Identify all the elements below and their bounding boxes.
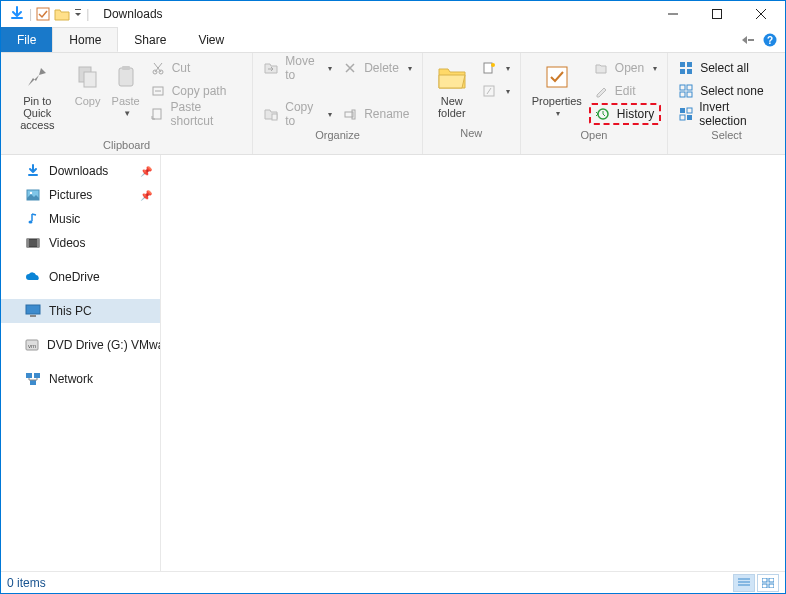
invert-selection-button[interactable]: Invert selection bbox=[674, 103, 779, 125]
move-to-button[interactable]: Move to ▾ bbox=[259, 57, 336, 79]
svg-rect-48 bbox=[769, 578, 774, 582]
pin-icon bbox=[21, 61, 53, 93]
close-button[interactable] bbox=[739, 2, 783, 26]
svg-rect-27 bbox=[687, 85, 692, 90]
svg-rect-25 bbox=[687, 69, 692, 74]
group-select: Select all Select none Invert selection … bbox=[668, 53, 785, 154]
folder-qat-icon[interactable] bbox=[54, 7, 70, 21]
paste-shortcut-button[interactable]: Paste shortcut bbox=[146, 103, 247, 125]
svg-rect-47 bbox=[762, 578, 767, 582]
videos-icon bbox=[25, 235, 41, 251]
nav-this-pc[interactable]: This PC bbox=[1, 299, 160, 323]
select-all-button[interactable]: Select all bbox=[674, 57, 779, 79]
tab-view[interactable]: View bbox=[182, 27, 240, 52]
this-pc-icon bbox=[25, 303, 41, 319]
group-organize: Move to ▾ Copy to ▾ Delete ▾ bbox=[253, 53, 423, 154]
nav-onedrive[interactable]: OneDrive bbox=[1, 265, 160, 289]
svg-text:?: ? bbox=[767, 35, 773, 46]
pictures-icon bbox=[25, 187, 41, 203]
new-item-button[interactable]: ▾ bbox=[477, 57, 514, 79]
group-label: Clipboard bbox=[7, 135, 246, 154]
minimize-ribbon-icon[interactable] bbox=[741, 35, 755, 45]
easy-access-button[interactable]: ▾ bbox=[477, 80, 514, 102]
ribbon-tabs: File Home Share View ? bbox=[1, 27, 785, 53]
minimize-button[interactable] bbox=[651, 2, 695, 26]
copy-icon bbox=[72, 61, 104, 93]
scissors-icon bbox=[150, 60, 166, 76]
edit-icon bbox=[593, 83, 609, 99]
svg-rect-2 bbox=[713, 10, 722, 19]
svg-rect-41 bbox=[30, 315, 36, 317]
copy-path-button[interactable]: Copy path bbox=[146, 80, 247, 102]
chevron-down-icon: ▾ bbox=[556, 109, 560, 118]
new-folder-icon bbox=[436, 61, 468, 93]
history-button[interactable]: History bbox=[589, 103, 661, 125]
status-bar: 0 items bbox=[1, 571, 785, 593]
downloads-icon bbox=[25, 163, 41, 179]
select-none-button[interactable]: Select none bbox=[674, 80, 779, 102]
nav-videos[interactable]: Videos bbox=[1, 231, 160, 255]
svg-rect-0 bbox=[37, 8, 49, 20]
chevron-down-icon: ▾ bbox=[408, 64, 412, 73]
tab-home[interactable]: Home bbox=[52, 27, 118, 52]
separator: | bbox=[82, 7, 93, 21]
details-view-button[interactable] bbox=[733, 574, 755, 592]
help-icon[interactable]: ? bbox=[763, 33, 777, 47]
nav-downloads[interactable]: Downloads 📌 bbox=[1, 159, 160, 183]
files-list[interactable] bbox=[161, 155, 785, 571]
cut-button[interactable]: Cut bbox=[146, 57, 247, 79]
app-icon bbox=[9, 6, 25, 22]
nav-dvd-drive[interactable]: vm DVD Drive (G:) VMwa bbox=[1, 333, 160, 357]
delete-button[interactable]: Delete ▾ bbox=[338, 57, 416, 79]
group-new: New folder ▾ ▾ New bbox=[423, 53, 521, 154]
disc-icon: vm bbox=[25, 337, 39, 353]
maximize-button[interactable] bbox=[695, 2, 739, 26]
svg-rect-40 bbox=[26, 305, 40, 314]
paste-button[interactable]: Paste ▼ bbox=[108, 57, 144, 122]
svg-rect-9 bbox=[122, 66, 130, 70]
svg-rect-22 bbox=[680, 62, 685, 67]
chevron-down-icon: ▾ bbox=[653, 64, 657, 73]
easy-access-icon bbox=[481, 83, 497, 99]
rename-button[interactable]: Rename bbox=[338, 103, 416, 125]
svg-rect-20 bbox=[547, 67, 567, 87]
icons-view-button[interactable] bbox=[757, 574, 779, 592]
svg-rect-38 bbox=[27, 239, 29, 247]
paste-shortcut-icon bbox=[150, 106, 165, 122]
copy-button[interactable]: Copy bbox=[70, 57, 106, 111]
nav-network[interactable]: Network bbox=[1, 367, 160, 391]
open-button[interactable]: Open ▾ bbox=[589, 57, 661, 79]
svg-rect-32 bbox=[680, 115, 685, 120]
nav-music[interactable]: Music bbox=[1, 207, 160, 231]
svg-rect-44 bbox=[26, 373, 32, 378]
group-label: Open bbox=[527, 125, 661, 144]
ribbon: Pin to Quick access Copy Paste ▼ Cut Cop… bbox=[1, 53, 785, 155]
copy-to-button[interactable]: Copy to ▾ bbox=[259, 103, 336, 125]
svg-rect-50 bbox=[769, 584, 774, 588]
chevron-down-icon: ▼ bbox=[123, 109, 131, 118]
window-title: Downloads bbox=[93, 7, 162, 21]
nav-pictures[interactable]: Pictures 📌 bbox=[1, 183, 160, 207]
svg-rect-30 bbox=[680, 108, 685, 113]
group-open: Properties ▾ Open ▾ Edit History Op bbox=[521, 53, 668, 154]
network-icon bbox=[25, 371, 41, 387]
tab-share[interactable]: Share bbox=[118, 27, 182, 52]
qat-dropdown-icon[interactable] bbox=[74, 7, 82, 21]
new-item-icon bbox=[481, 60, 497, 76]
properties-button[interactable]: Properties ▾ bbox=[527, 57, 587, 122]
tab-file[interactable]: File bbox=[1, 27, 52, 52]
chevron-down-icon: ▾ bbox=[506, 87, 510, 96]
pin-icon: 📌 bbox=[140, 166, 152, 177]
pin-to-quick-access-button[interactable]: Pin to Quick access bbox=[7, 57, 68, 135]
svg-rect-29 bbox=[687, 92, 692, 97]
properties-qat-icon[interactable] bbox=[36, 7, 50, 21]
svg-text:vm: vm bbox=[28, 343, 36, 349]
edit-button[interactable]: Edit bbox=[589, 80, 661, 102]
new-folder-button[interactable]: New folder bbox=[429, 57, 475, 123]
pin-icon: 📌 bbox=[140, 190, 152, 201]
delete-icon bbox=[342, 60, 358, 76]
svg-point-18 bbox=[491, 63, 495, 67]
rename-icon bbox=[342, 106, 358, 122]
group-label: New bbox=[429, 123, 514, 142]
svg-rect-26 bbox=[680, 85, 685, 90]
